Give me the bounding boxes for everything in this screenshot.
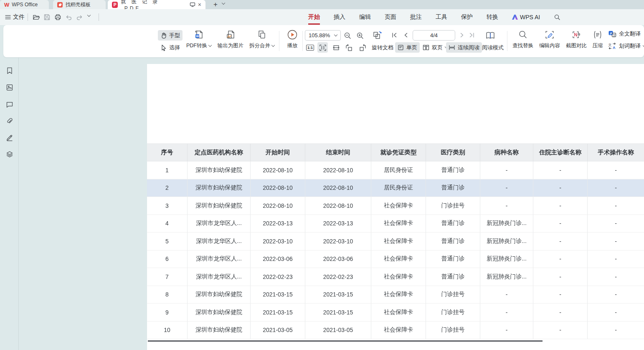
layers-icon[interactable] (6, 151, 13, 158)
attachment-icon[interactable] (6, 118, 13, 125)
table-cell: - (533, 161, 588, 179)
table-cell: 2022-03-10 (305, 232, 371, 250)
tab-label: 找稻壳模板 (66, 1, 91, 8)
table-cell: - (533, 232, 588, 250)
signature-icon[interactable] (6, 134, 13, 141)
table-cell: 深圳市龙华区人... (188, 268, 251, 286)
menu-item-page[interactable]: 页面 (385, 13, 396, 21)
table-cell: 4 (147, 215, 188, 233)
pdf-convert-button[interactable]: W PDF转换 (184, 29, 214, 49)
rotate-left-icon (345, 44, 354, 51)
continuous-read-button[interactable]: 连续阅读 (446, 42, 482, 53)
read-mode-button[interactable]: 阅读模式 (479, 42, 506, 53)
column-header: 序号 (147, 144, 188, 161)
table-cell: 社会保障卡 (371, 268, 426, 286)
wps-logo-icon: W (4, 2, 9, 8)
read-mode-icon-button[interactable] (484, 30, 496, 41)
table-body: 1深圳市妇幼保健院2022-08-102022-08-10居民身份证普通门诊--… (147, 161, 644, 339)
window-tab-bar: W WPS Office 找稻壳模板 P 就 医 记 录 .PDF × + (0, 0, 644, 9)
menu-item-wps-ai[interactable]: WPS AI (512, 14, 540, 20)
file-menu-button[interactable]: 文件 (5, 13, 25, 22)
thumbnail-icon[interactable] (6, 84, 13, 91)
menu-search-icon[interactable] (554, 14, 560, 20)
find-replace-button[interactable]: 查找替换 (510, 29, 536, 49)
table-cell: 普通门诊 (426, 215, 480, 233)
tab-label: WPS Office (12, 2, 38, 8)
screenshot-compare-icon (571, 30, 581, 39)
menu-item-home[interactable]: 开始 (308, 13, 320, 21)
document-canvas[interactable]: 序号定点医药机构名称开始时间结束时间就诊凭证类型医疗类别病种名称住院主诊断名称手… (19, 57, 644, 350)
tab-docer-templates[interactable]: 找稻壳模板 (53, 0, 106, 9)
previous-page-button[interactable] (402, 31, 410, 39)
menu-bar: 文件 开始 插入 编辑 页面 批注 工具 保护 转换 (0, 9, 644, 25)
word-translation-button[interactable]: 文 A 划词翻译 (608, 42, 644, 50)
rotate-pages-button[interactable] (371, 29, 384, 42)
docer-logo-icon (57, 2, 63, 8)
menu-item-convert[interactable]: 转换 (487, 13, 498, 21)
split-merge-chevron-icon (271, 43, 275, 47)
redo-button[interactable] (76, 13, 83, 22)
menu-item-insert[interactable]: 插入 (334, 13, 345, 21)
table-cell: - (533, 286, 588, 304)
table-cell: 普通门诊 (426, 232, 480, 250)
rotate-left-button[interactable] (343, 42, 355, 53)
menu-item-tools[interactable]: 工具 (436, 13, 447, 21)
compress-button[interactable]: 压缩 (588, 29, 607, 49)
table-cell: - (533, 179, 588, 197)
screenshot-compare-button[interactable]: 截图对比 (563, 29, 590, 49)
menu-item-annotate[interactable]: 批注 (410, 13, 422, 21)
svg-text:A: A (613, 46, 616, 50)
last-page-button[interactable] (468, 31, 476, 39)
table-cell: 2022-03-10 (251, 232, 305, 250)
column-header: 住院主诊断名称 (533, 144, 588, 161)
table-cell: 新冠肺炎门诊... (480, 215, 533, 233)
tab-pdf-document[interactable]: P 就 医 记 录 .PDF × (108, 0, 205, 9)
zoom-in-button[interactable] (355, 31, 365, 41)
zoom-level-select[interactable]: 105.88% (305, 30, 341, 41)
table-cell: 2022-08-10 (251, 197, 305, 215)
tab-list-chevron-icon[interactable] (222, 1, 225, 5)
undo-button[interactable] (65, 13, 72, 22)
page-number-input[interactable] (413, 30, 455, 41)
first-page-button[interactable] (390, 31, 398, 39)
table-cell: 5 (147, 232, 188, 250)
comment-icon[interactable] (6, 101, 13, 108)
table-cell: 6 (147, 250, 188, 268)
next-page-button[interactable] (458, 31, 466, 39)
split-merge-button[interactable]: 拆分合并 (246, 29, 277, 49)
hand-icon (160, 32, 167, 39)
table-cell: - (588, 215, 644, 233)
bookmark-icon[interactable] (6, 67, 13, 74)
menu-item-protect[interactable]: 保护 (461, 13, 473, 21)
book-icon (485, 31, 495, 40)
full-translation-icon: A 文 (608, 30, 616, 38)
monitor-icon[interactable] (190, 2, 195, 7)
close-tab-icon[interactable]: × (198, 1, 201, 8)
single-page-button[interactable]: 单页 (395, 42, 420, 53)
fit-width-button[interactable] (317, 42, 328, 53)
select-tool-button[interactable]: 选择 (158, 42, 183, 53)
rotate-doc-button[interactable]: 旋转文档 (369, 42, 396, 53)
new-tab-button[interactable]: + (211, 0, 220, 9)
export-image-icon (226, 30, 235, 40)
export-image-button[interactable]: 输出为图片 (215, 29, 246, 49)
zoom-out-button[interactable] (342, 31, 353, 41)
full-translation-button[interactable]: A 文 全文翻译 (608, 30, 641, 38)
tab-wps-office[interactable]: W WPS Office (0, 0, 49, 9)
rotate-right-button[interactable] (357, 42, 368, 53)
quick-access-chevron-icon[interactable] (87, 13, 91, 17)
edit-content-button[interactable]: 编辑内容 (536, 29, 563, 49)
hand-tool-button[interactable]: 手型 (158, 30, 183, 41)
full-translation-label: 全文翻译 (619, 30, 641, 38)
actual-size-button[interactable]: 1:1 (305, 42, 315, 53)
fit-page-button[interactable] (331, 42, 341, 53)
cursor-icon (160, 44, 167, 51)
menu-item-edit[interactable]: 编辑 (359, 13, 371, 21)
column-header: 结束时间 (305, 144, 371, 161)
rotate-pages-icon (372, 31, 383, 41)
print-button[interactable] (54, 13, 61, 22)
save-button[interactable] (43, 13, 51, 22)
open-file-button[interactable] (33, 13, 40, 22)
table-cell: - (588, 304, 644, 322)
play-button[interactable]: 播放 (282, 29, 302, 49)
